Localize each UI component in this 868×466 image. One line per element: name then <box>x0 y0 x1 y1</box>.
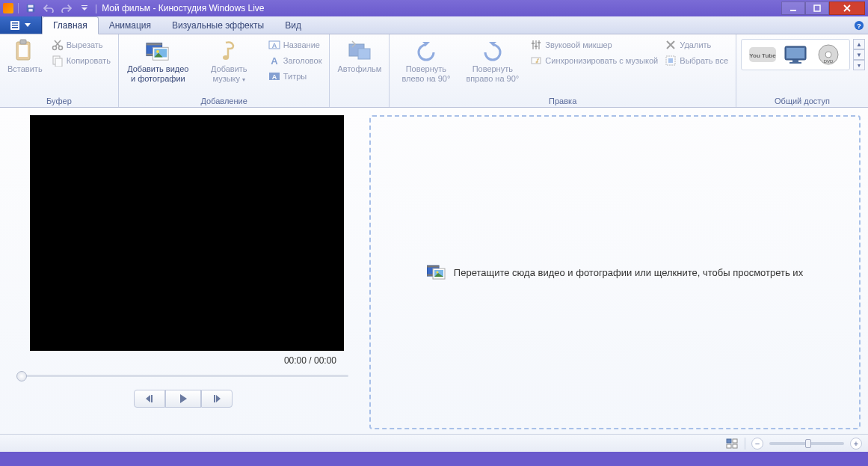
add-credits-label: Титры <box>283 72 307 81</box>
sync-music-button[interactable]: Синхронизировать с музыкой <box>527 53 659 68</box>
cut-icon <box>52 39 64 51</box>
svg-rect-33 <box>532 40 534 49</box>
svg-rect-55 <box>427 266 439 268</box>
svg-rect-5 <box>814 5 820 11</box>
svg-rect-1 <box>28 5 34 8</box>
svg-point-25 <box>223 55 229 60</box>
automovie-label: Автофильм <box>337 64 381 74</box>
titlebar: | Мой фильм - Киностудия Windows Live <box>0 0 868 16</box>
rotate-left-label: Повернуть влево на 90° <box>397 64 455 84</box>
view-toggle-button[interactable] <box>725 438 739 450</box>
svg-text:A: A <box>272 73 277 81</box>
group-clipboard: Вставить Вырезать Копировать <box>0 34 119 107</box>
select-all-icon <box>665 55 677 67</box>
add-music-button[interactable]: Добавить музыку ▾ <box>194 36 264 88</box>
tab-animation[interactable]: Анимация <box>99 16 161 34</box>
add-media-icon <box>146 39 170 63</box>
prev-frame-button[interactable] <box>134 390 165 408</box>
svg-rect-52 <box>151 395 153 402</box>
qat-undo-button[interactable] <box>41 1 56 15</box>
svg-rect-36 <box>532 43 535 44</box>
maximize-button[interactable] <box>805 1 829 15</box>
preview-scrubber[interactable] <box>12 369 348 382</box>
add-caption-button[interactable]: A Заголовок <box>265 53 325 68</box>
add-media-label: Добавить видео и фотографии <box>126 64 190 84</box>
gallery-down-button[interactable]: ▼ <box>853 49 865 60</box>
copy-icon <box>52 55 64 67</box>
svg-rect-32 <box>358 49 370 59</box>
audio-mixer-label: Звуковой микшер <box>545 40 612 49</box>
ribbon-tabs: Главная Анимация Визуальные эффекты Вид … <box>0 16 868 34</box>
drop-hint-text: Перетащите сюда видео и фотографии или щ… <box>454 267 803 278</box>
svg-rect-60 <box>727 439 731 443</box>
svg-rect-38 <box>538 42 541 43</box>
next-frame-button[interactable] <box>201 390 233 408</box>
ribbon: Вставить Вырезать Копировать <box>0 34 868 108</box>
audio-mixer-button[interactable]: Звуковой микшер <box>527 37 659 52</box>
add-media-button[interactable]: Добавить видео и фотографии <box>122 36 194 87</box>
svg-rect-48 <box>789 62 801 64</box>
svg-point-24 <box>156 50 159 53</box>
cut-button[interactable]: Вырезать <box>49 37 114 52</box>
qat-redo-button[interactable] <box>59 1 74 15</box>
timeline-drop-zone[interactable]: Перетащите сюда видео и фотографии или щ… <box>369 115 861 429</box>
workspace: 00:00 / 00:00 <box>0 108 868 434</box>
svg-rect-34 <box>535 40 537 49</box>
zoom-out-button[interactable]: − <box>751 438 763 450</box>
copy-button[interactable]: Копировать <box>49 53 114 68</box>
qat-save-button[interactable] <box>23 1 38 15</box>
automovie-button[interactable]: Автофильм <box>333 36 386 77</box>
share-gallery[interactable]: You Tube DVD <box>741 39 850 70</box>
delete-icon <box>665 39 677 51</box>
tab-view[interactable]: Вид <box>274 16 312 34</box>
tab-effects[interactable]: Визуальные эффекты <box>161 16 274 34</box>
rotate-left-button[interactable]: Повернуть влево на 90° <box>393 36 459 87</box>
svg-rect-61 <box>733 439 737 443</box>
share-dvd-icon: DVD <box>815 44 842 65</box>
delete-button[interactable]: Удалить <box>662 37 731 52</box>
paste-button[interactable]: Вставить <box>3 36 47 77</box>
close-button[interactable] <box>829 1 865 15</box>
rotate-right-icon <box>481 39 505 63</box>
svg-rect-7 <box>12 22 18 24</box>
help-button[interactable]: ? <box>850 16 868 34</box>
group-share: You Tube DVD ▲ ▼ ▾ Общий доступ <box>736 34 868 107</box>
group-add: Добавить видео и фотографии Добавить муз… <box>119 34 330 107</box>
svg-rect-18 <box>55 58 62 67</box>
caption-icon: A <box>268 55 280 67</box>
zoom-slider[interactable] <box>769 442 844 445</box>
svg-rect-35 <box>538 40 540 49</box>
minimize-button[interactable] <box>781 1 805 15</box>
credits-icon: A <box>268 70 280 82</box>
add-credits-button[interactable]: A Титры <box>265 69 325 84</box>
add-title-label: Название <box>283 40 320 49</box>
select-all-label: Выбрать все <box>680 56 728 65</box>
svg-rect-13 <box>20 40 26 44</box>
zoom-in-button[interactable]: + <box>850 438 862 450</box>
select-all-button[interactable]: Выбрать все <box>662 53 731 68</box>
audio-mixer-icon <box>530 39 542 51</box>
add-music-label: Добавить музыку ▾ <box>199 64 259 85</box>
qat-customize-button[interactable] <box>77 1 92 15</box>
preview-video[interactable] <box>30 115 344 351</box>
sync-music-label: Синхронизировать с музыкой <box>545 56 658 65</box>
svg-rect-9 <box>12 27 18 28</box>
add-title-button[interactable]: A Название <box>265 37 325 52</box>
rotate-left-icon <box>414 39 438 63</box>
gallery-up-button[interactable]: ▲ <box>853 39 865 49</box>
drop-media-icon <box>427 264 446 280</box>
tab-home[interactable]: Главная <box>42 16 99 34</box>
music-icon <box>217 39 241 63</box>
scrub-thumb[interactable] <box>16 371 27 381</box>
zoom-slider-thumb[interactable] <box>805 439 811 448</box>
svg-text:DVD: DVD <box>824 59 834 64</box>
rotate-right-label: Повернуть вправо на 90° <box>464 64 521 84</box>
group-automovie-spacer <box>333 96 386 107</box>
gallery-more-button[interactable]: ▾ <box>853 60 865 70</box>
app-menu-button[interactable] <box>0 16 42 34</box>
automovie-icon <box>348 39 372 63</box>
svg-point-40 <box>536 61 538 64</box>
rotate-right-button[interactable]: Повернуть вправо на 90° <box>459 36 526 87</box>
svg-rect-53 <box>214 395 215 402</box>
play-button[interactable] <box>165 390 201 408</box>
